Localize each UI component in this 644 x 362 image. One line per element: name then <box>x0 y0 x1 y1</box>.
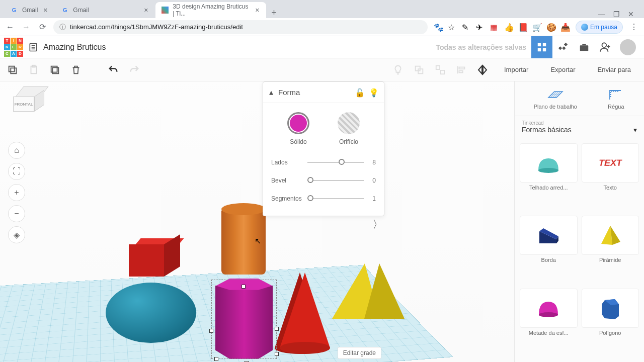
favicon <box>162 6 169 14</box>
delete-icon[interactable] <box>69 63 83 76</box>
paste-icon[interactable] <box>27 63 40 76</box>
browser-tab-strip: G Gmail × G Gmail × 3D design Amazing Br… <box>0 0 644 18</box>
svg-rect-18 <box>51 66 57 72</box>
lib-item-roof[interactable]: Telhado arred... <box>520 143 578 212</box>
window-maximize-icon[interactable]: ❐ <box>613 10 620 18</box>
ext-icon[interactable]: ✈ <box>476 23 485 32</box>
shape-library: Plano de trabalho Régua Tinkercad Formas… <box>514 81 644 362</box>
app-header: TIN KER CAD Amazing Bruticus Todas as al… <box>0 36 644 58</box>
redo-icon[interactable] <box>128 63 141 76</box>
close-icon[interactable]: × <box>142 7 149 14</box>
favicon: G <box>61 6 69 14</box>
copy-icon[interactable] <box>6 63 19 76</box>
back-icon[interactable]: ← <box>5 22 15 32</box>
forward-icon[interactable]: → <box>21 22 31 32</box>
ext-icon[interactable]: 👍 <box>504 23 513 32</box>
view-cube[interactable]: FRONTAL <box>12 86 43 112</box>
close-icon[interactable]: × <box>254 7 260 14</box>
browser-tab-0[interactable]: G Gmail × <box>4 2 55 18</box>
ext-icon[interactable]: 🛒 <box>532 23 541 32</box>
undo-icon[interactable] <box>107 63 120 76</box>
selection-bbox <box>211 280 277 359</box>
new-tab-button[interactable]: + <box>266 8 282 18</box>
lock-icon[interactable]: 🔓 <box>355 88 364 97</box>
profile-pause-button[interactable]: Em pausa <box>576 21 623 34</box>
import-button[interactable]: Importar <box>497 63 535 76</box>
url-text: tinkercad.com/things/1SbmJMW9ZzF-amazing… <box>70 23 243 31</box>
home-view-button[interactable]: ⌂ <box>8 142 25 159</box>
resize-handle[interactable] <box>275 327 279 331</box>
lib-item-text[interactable]: TEXT Texto <box>582 143 639 212</box>
svg-point-10 <box>602 43 607 47</box>
shape-cube-red[interactable] <box>129 238 172 277</box>
tab-title: 3D design Amazing Bruticus | Ti... <box>173 3 250 17</box>
user-avatar[interactable] <box>620 39 636 55</box>
reload-icon[interactable]: ⟳ <box>37 22 47 32</box>
window-minimize-icon[interactable]: — <box>598 10 605 18</box>
lib-item-wedge[interactable]: Borda <box>520 216 578 284</box>
close-icon[interactable]: × <box>42 7 49 14</box>
export-button[interactable]: Exportar <box>543 63 582 76</box>
hole-label: Orifício <box>339 138 358 145</box>
shape-polygon-magenta-selected[interactable] <box>215 279 273 359</box>
send-to-button[interactable]: Enviar para <box>591 63 638 76</box>
mirror-icon[interactable] <box>476 63 489 76</box>
slider-segments[interactable]: Segmentos 1 <box>271 190 376 208</box>
ext-icon[interactable]: ✎ <box>462 23 471 32</box>
ext-icon[interactable]: 📥 <box>560 23 570 32</box>
ext-icon[interactable]: 🐾 <box>434 23 443 32</box>
browser-tab-2[interactable]: 3D design Amazing Bruticus | Ti... × <box>155 2 266 18</box>
lib-item-polygon[interactable]: Polígono <box>582 289 639 357</box>
tool-label: Plano de trabalho <box>534 104 577 110</box>
hole-option[interactable]: Orifício <box>338 112 360 145</box>
lightbulb-icon[interactable] <box>391 63 405 76</box>
ungroup-icon[interactable] <box>434 63 447 76</box>
slider-bevel[interactable]: Bevel 0 <box>271 171 376 190</box>
shape-cone-red[interactable] <box>280 273 330 348</box>
duplicate-icon[interactable] <box>48 63 61 76</box>
solid-option[interactable]: Sólido <box>287 112 309 145</box>
ext-icon[interactable]: ▦ <box>490 23 499 32</box>
browser-tab-1[interactable]: G Gmail × <box>55 2 155 18</box>
collapse-icon[interactable]: ▴ <box>269 87 273 97</box>
collaborate-button[interactable] <box>595 36 616 58</box>
slider-sides[interactable]: Lados 8 <box>271 153 376 171</box>
window-close-icon[interactable]: ✕ <box>628 10 634 18</box>
view-bricks-button[interactable] <box>552 36 574 58</box>
zoom-in-button[interactable]: + <box>8 184 25 201</box>
view-blocks-button[interactable] <box>531 36 552 58</box>
resize-handle[interactable] <box>242 285 246 289</box>
workplane-tool[interactable]: Plano de trabalho <box>534 87 577 110</box>
zoom-out-button[interactable]: − <box>8 205 25 222</box>
shape-pyramid-yellow[interactable] <box>332 263 397 324</box>
site-info-icon[interactable]: ⓘ <box>59 23 66 32</box>
group-icon[interactable] <box>413 63 426 76</box>
document-list-icon[interactable] <box>28 42 38 52</box>
expand-panel-icon[interactable]: 〉 <box>372 217 383 232</box>
resize-handle[interactable] <box>275 352 279 356</box>
bookmark-icon[interactable]: ☆ <box>448 23 457 32</box>
resize-handle[interactable] <box>214 357 218 361</box>
align-icon[interactable] <box>455 63 468 76</box>
shape-sphere-blue[interactable] <box>106 283 196 343</box>
menu-icon[interactable]: ⋮ <box>629 22 639 32</box>
3d-canvas[interactable]: FRONTAL ⌂ ⛶ + − ◈ <box>0 81 514 362</box>
lib-label: Metade da esf... <box>520 330 578 336</box>
lib-item-pyramid[interactable]: Pirâmide <box>582 216 639 284</box>
url-input[interactable]: ⓘ tinkercad.com/things/1SbmJMW9ZzF-amazi… <box>53 20 428 34</box>
tinkercad-logo[interactable]: TIN KER CAD <box>4 38 23 57</box>
ext-icon[interactable]: 🍪 <box>546 23 555 32</box>
tool-label: Régua <box>608 104 624 110</box>
ext-icon[interactable]: 📕 <box>518 23 527 32</box>
ortho-view-button[interactable]: ◈ <box>8 226 25 243</box>
lightbulb-icon[interactable]: 💡 <box>369 88 378 97</box>
fit-view-button[interactable]: ⛶ <box>8 163 25 180</box>
edit-grid-button[interactable]: Editar grade <box>338 347 381 359</box>
ruler-tool[interactable]: Régua <box>607 87 625 110</box>
project-title[interactable]: Amazing Bruticus <box>43 43 106 52</box>
shape-cylinder-orange[interactable] <box>221 204 266 275</box>
resize-handle[interactable] <box>209 329 213 333</box>
shape-category-select[interactable]: Tinkercad Formas básicas▾ <box>515 116 644 138</box>
lib-item-half-sphere[interactable]: Metade da esf... <box>520 289 578 357</box>
view-case-button[interactable] <box>574 36 595 58</box>
